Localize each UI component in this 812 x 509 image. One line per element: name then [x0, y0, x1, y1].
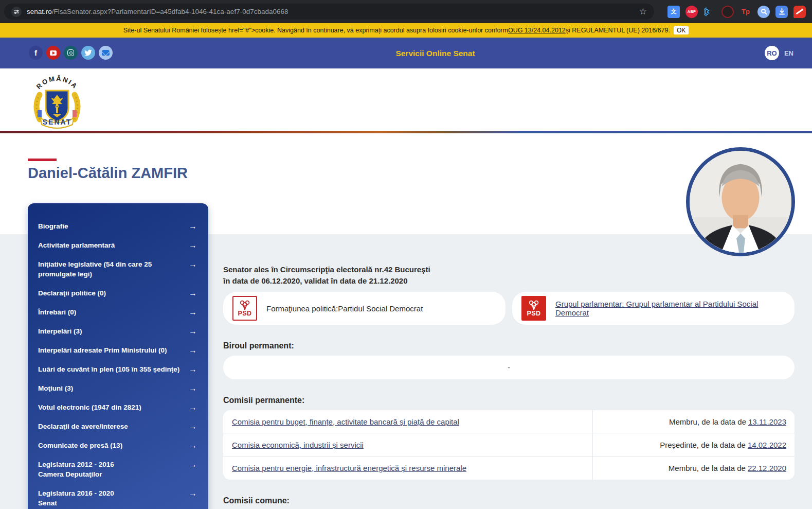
- arrow-right-icon: →: [189, 422, 197, 431]
- sidebar-item-legislatura-2012[interactable]: Legislatura 2012 - 2016Camera Deputaţilo…: [38, 455, 197, 484]
- political-formation-card: PSD Formaţiunea politică:Partidul Social…: [223, 292, 506, 325]
- twitter-icon[interactable]: [81, 46, 95, 60]
- facebook-icon[interactable]: f: [29, 46, 43, 60]
- sidebar-item-intrebari[interactable]: Întrebări (0)→: [38, 303, 197, 322]
- arrow-right-icon: →: [189, 307, 197, 317]
- sidebar-item-initiative[interactable]: Iniţiative legislative (54 din care 25 p…: [38, 255, 197, 284]
- sidebar-item-declaratii-avere[interactable]: Declaraţii de avere/interese→: [38, 417, 197, 436]
- sidebar-item-activitate[interactable]: Activitate parlamentară→: [38, 236, 197, 255]
- arrow-right-icon: →: [189, 326, 197, 336]
- membership-date-link[interactable]: 13.11.2023: [748, 417, 786, 426]
- youtube-play-icon: [50, 50, 57, 56]
- social-links: f: [29, 46, 113, 60]
- comisii-comune-heading: Comisii comune:: [223, 496, 795, 505]
- cookie-banner: Site-ul Senatului României folosește hre…: [0, 23, 812, 38]
- extensions-row: 文 ABP Tp: [667, 4, 806, 20]
- svg-text:ROMÂNIA: ROMÂNIA: [35, 75, 80, 91]
- table-row: Comisia pentru energie, infrastructură e…: [223, 457, 795, 480]
- arrow-right-icon: →: [189, 221, 197, 231]
- language-switcher: RO EN: [765, 46, 793, 60]
- membership-date-link[interactable]: 22.12.2020: [748, 464, 786, 472]
- biroul-permanent-heading: Biroul permanent:: [223, 341, 795, 350]
- sidebar-item-motiuni[interactable]: Moţiuni (3)→: [38, 379, 197, 398]
- url-bar[interactable]: senat.ro/FisaSenator.aspx?ParlamentarID=…: [4, 4, 654, 20]
- url-path: /FisaSenator.aspx?ParlamentarID=a45dfab4…: [52, 8, 288, 15]
- table-row: Comisia pentru buget, finanțe, activitat…: [223, 410, 795, 433]
- psd-logo-solid: PSD: [521, 296, 546, 321]
- arrow-right-icon: →: [189, 288, 197, 298]
- tp-extension-icon[interactable]: Tp: [739, 6, 752, 18]
- url-domain: senat.ro: [27, 8, 52, 15]
- cookie-text-2: și REGULAMENTUL (UE) 2016/679.: [566, 27, 670, 34]
- arrow-right-icon: →: [189, 364, 197, 374]
- arrow-right-icon: →: [189, 402, 197, 412]
- browser-toolbar: senat.ro/FisaSenator.aspx?ParlamentarID=…: [0, 0, 812, 23]
- sidebar-item-biografie[interactable]: Biografie→: [38, 217, 197, 236]
- profile-extension-icon[interactable]: [793, 6, 806, 18]
- parliamentary-group-card: PSD Grupul parlamentar: Grupul parlament…: [512, 292, 795, 325]
- main-nav-bar: Senatul României▼ Structuri parlamentare…: [0, 68, 812, 131]
- arrow-right-icon: →: [189, 441, 197, 450]
- lang-en-button[interactable]: EN: [784, 49, 793, 57]
- page-title: Daniel-Cătălin ZAMFIR: [28, 165, 188, 182]
- download-extension-icon[interactable]: [775, 6, 788, 18]
- senate-logo[interactable]: ROMÂNIA SENAT: [28, 70, 86, 131]
- commission-link[interactable]: Comisia pentru buget, finanțe, activitat…: [232, 417, 459, 426]
- sidebar-item-votul-electronic[interactable]: Votul electronic (1947 din 2821)→: [38, 398, 197, 417]
- logo-country-label: ROMÂNIA: [35, 75, 80, 91]
- psd-logo-outline: PSD: [232, 296, 257, 321]
- senator-sidebar-menu: Biografie→ Activitate parlamentară→ Iniţ…: [28, 203, 208, 509]
- commission-link[interactable]: Comisia pentru energie, infrastructură e…: [232, 464, 466, 472]
- sidebar-item-luari-cuvant[interactable]: Luări de cuvânt în plen (105 în 355 ședi…: [38, 360, 197, 379]
- cast-extension-icon[interactable]: [703, 6, 716, 18]
- senator-details: Senator ales în Circumscripţia electoral…: [223, 264, 795, 505]
- comisii-permanente-table: Comisia pentru buget, finanțe, activitat…: [223, 410, 795, 480]
- arrow-right-icon: →: [189, 259, 197, 269]
- sidebar-item-interpelari[interactable]: Interpelări (3)→: [38, 322, 197, 341]
- youtube-icon[interactable]: [46, 46, 60, 60]
- url-text: senat.ro/FisaSenator.aspx?ParlamentarID=…: [27, 8, 288, 15]
- table-row: Comisia economică, industrii și servicii…: [223, 433, 795, 457]
- sidebar-item-legislatura-2016[interactable]: Legislatura 2016 - 2020Senat→: [38, 484, 197, 509]
- sidebar-item-interpelari-pm[interactable]: Interpelări adresate Prim Ministrului (0…: [38, 341, 197, 360]
- ghostery-extension-icon[interactable]: [721, 6, 734, 18]
- membership-date-link[interactable]: 14.02.2022: [748, 441, 786, 449]
- cookie-text: Site-ul Senatului României folosește hre…: [123, 27, 508, 34]
- lang-ro-button[interactable]: RO: [765, 46, 779, 60]
- arrow-right-icon: →: [189, 345, 197, 355]
- bookmark-star-icon[interactable]: ☆: [639, 7, 647, 16]
- instagram-icon[interactable]: [64, 46, 78, 60]
- top-header: f Servicii Online Senat RO EN: [0, 38, 812, 68]
- cookie-oug-link[interactable]: OUG 13/24.04.2012: [508, 27, 566, 34]
- comisii-permanente-heading: Comisii permanente:: [223, 396, 795, 405]
- election-info: Senator ales în Circumscripţia electoral…: [223, 264, 795, 287]
- arrow-right-icon: →: [189, 383, 197, 393]
- translate-extension-icon[interactable]: 文: [667, 6, 680, 18]
- group-link[interactable]: Grupul parlamentar: Grupul parlamentar a…: [555, 300, 788, 317]
- senator-portrait: [686, 147, 795, 256]
- arrow-right-icon: →: [189, 240, 197, 250]
- main-content: Daniel-Cătălin ZAMFIR Biografie→ Activit…: [0, 133, 812, 509]
- membership-role: Președinte, de la data de: [660, 441, 746, 449]
- sidebar-item-declaratii-politice[interactable]: Declaraţii politice (0)→: [38, 284, 197, 303]
- cookie-ok-button[interactable]: OK: [674, 26, 689, 34]
- services-online-link[interactable]: Servicii Online Senat: [395, 49, 475, 58]
- email-icon[interactable]: [99, 46, 113, 60]
- biroul-permanent-card: -: [223, 356, 795, 379]
- membership-role: Membru, de la data de: [669, 464, 746, 472]
- sidebar-item-comunicate[interactable]: Comunicate de presă (13)→: [38, 436, 197, 455]
- arrow-right-icon: →: [189, 460, 197, 469]
- commission-link[interactable]: Comisia economică, industrii și servicii: [232, 441, 364, 449]
- search-extension-icon[interactable]: [757, 6, 770, 18]
- site-settings-icon[interactable]: [11, 7, 22, 17]
- membership-role: Membru, de la data de: [669, 417, 746, 426]
- arrow-right-icon: →: [189, 488, 197, 498]
- logo-chamber-label: SENAT: [43, 118, 71, 126]
- title-accent-line: [28, 159, 57, 161]
- formation-text: Formaţiunea politică:Partidul Social Dem…: [266, 304, 423, 313]
- adblock-extension-icon[interactable]: ABP: [685, 6, 698, 18]
